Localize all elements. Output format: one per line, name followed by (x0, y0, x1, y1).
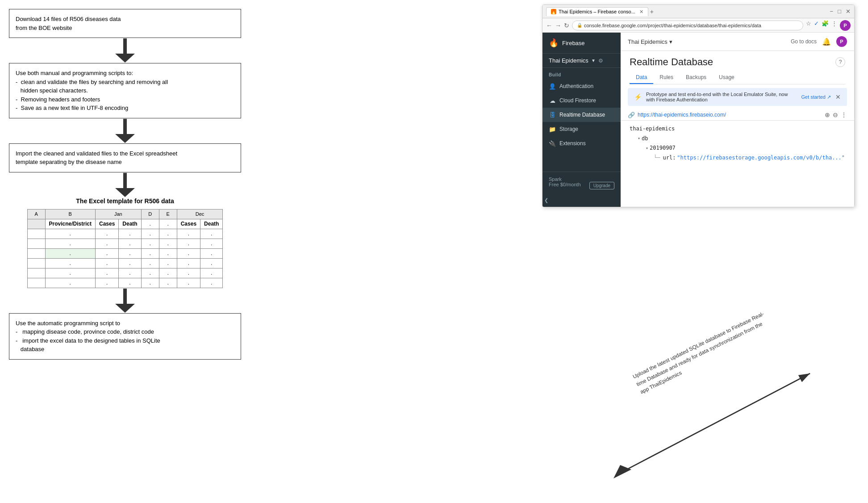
cell: . (200, 248, 223, 258)
arrow-4 (9, 288, 241, 313)
tree-toggle-date[interactable]: ▾ (646, 144, 648, 152)
firebase-content: Realtime Database ? Data Rules Backups U… (621, 51, 854, 207)
cell: . (200, 268, 223, 278)
close-button[interactable]: ✕ (846, 8, 851, 15)
tree-db-key: db (642, 134, 648, 144)
header-project-name: Thai Epidemics (628, 38, 668, 45)
sidebar-collapse-button[interactable]: ❮ (542, 194, 550, 207)
sidebar-item-authentication[interactable]: 👤 Authentication (542, 79, 621, 93)
sidebar-item-extensions[interactable]: 🔌 Extensions (542, 136, 621, 151)
col-header-a: A (27, 209, 45, 219)
cell: . (177, 229, 200, 239)
sidebar-item-label-auth: Authentication (559, 83, 593, 89)
go-to-docs-link[interactable]: Go to docs (791, 38, 817, 45)
check-icon: ✓ (814, 20, 819, 31)
cell: . (95, 248, 118, 258)
tree-toggle-db[interactable]: ▾ (638, 134, 640, 143)
tree-url-node: └─ url: "https://firebasestorage.googlea… (654, 153, 845, 163)
tab-usage[interactable]: Usage (713, 71, 741, 84)
db-data-tree: thai-epidemics ▾ db ▾ 20190907 (621, 121, 854, 166)
promo-icon: ⚡ (634, 93, 642, 101)
db-url-bar: 🔗 https://thai-epidemics.firebaseio.com/… (621, 109, 854, 121)
col-header-d: D (141, 209, 159, 219)
cell: . (200, 278, 223, 288)
extensions-icon[interactable]: 🧩 (822, 20, 829, 31)
notifications-icon[interactable]: 🔔 (822, 38, 831, 46)
tree-url-key: url: (663, 153, 676, 163)
cell: . (159, 239, 177, 248)
flowchart-panel: Download 14 files of R506 diseases dataf… (0, 0, 250, 503)
firebase-header: Thai Epidemics ▾ Go to docs 🔔 P (621, 33, 854, 51)
active-tab[interactable]: 🔥 Thai Epidemics – Firebase conso... ✕ (546, 7, 648, 16)
cell: . (200, 239, 223, 248)
cell: . (159, 268, 177, 278)
more-options-button[interactable]: ⋮ (841, 111, 847, 118)
project-header-selector[interactable]: Thai Epidemics ▾ (628, 38, 672, 45)
svg-marker-7 (115, 304, 135, 313)
cell: . (159, 248, 177, 258)
tab-rules[interactable]: Rules (653, 71, 680, 84)
table-row: . . . . . . . (27, 229, 223, 239)
reload-button[interactable]: ↻ (564, 22, 569, 29)
tree-url-dash: └─ (654, 153, 660, 163)
toolbar-icons: ☆ ✓ 🧩 ⋮ P (806, 20, 851, 31)
firebase-main: Thai Epidemics ▾ Go to docs 🔔 P Realtime… (621, 33, 854, 207)
star-icon[interactable]: ☆ (806, 20, 811, 31)
help-icon[interactable]: ? (835, 57, 845, 67)
maximize-button[interactable]: □ (838, 8, 841, 15)
sidebar-item-cloud-firestore[interactable]: ☁ Cloud Firestore (542, 93, 621, 108)
forward-button[interactable]: → (555, 22, 561, 29)
col-cases-jan: Cases (95, 219, 118, 229)
user-avatar[interactable]: P (836, 36, 847, 47)
excel-title: The Excel template for R506 data (9, 197, 241, 205)
avatar[interactable]: P (840, 20, 851, 31)
plan-sub: Free $0/month (549, 182, 581, 187)
cell: . (119, 278, 141, 288)
cell: . (177, 278, 200, 288)
remove-node-button[interactable]: ⊖ (833, 111, 838, 118)
cell (27, 248, 45, 258)
upgrade-button[interactable]: Upgrade (589, 182, 614, 189)
minimize-button[interactable]: − (830, 8, 834, 15)
back-button[interactable]: ← (546, 22, 552, 29)
cell: . (45, 229, 95, 239)
promo-close-button[interactable]: ✕ (835, 93, 841, 101)
project-dropdown-icon[interactable]: ▼ (591, 58, 596, 63)
window-controls: − □ ✕ (830, 8, 851, 15)
storage-icon: 📁 (549, 126, 556, 133)
col-dot2: . (159, 219, 177, 229)
firebase-flame-icon: 🔥 (549, 38, 559, 48)
cell: . (119, 229, 141, 239)
menu-icon[interactable]: ⋮ (831, 20, 837, 31)
new-tab-button[interactable]: + (650, 8, 654, 15)
diagonal-annotation: Upload the latest updated SQLite databas… (596, 347, 855, 490)
cell: . (159, 258, 177, 268)
header-actions: Go to docs 🔔 P (791, 36, 847, 47)
header-dropdown-icon[interactable]: ▾ (669, 38, 672, 45)
svg-marker-11 (613, 465, 631, 478)
tab-close-icon[interactable]: ✕ (639, 9, 643, 15)
project-selector-row[interactable]: Thai Epidemics ▼ ⚙ (542, 54, 621, 68)
tree-date-node: ▾ 20190907 (646, 143, 845, 153)
sidebar-item-realtime-database[interactable]: 🗄 Realtime Database (542, 108, 621, 122)
tree-url-value: "https://firebasestorage.googleapis.com/… (677, 153, 845, 163)
cell (27, 258, 45, 268)
sidebar-item-label-rtdb: Realtime Database (559, 112, 605, 118)
tab-data[interactable]: Data (630, 71, 653, 84)
tab-backups[interactable]: Backups (680, 71, 713, 84)
cell: . (45, 258, 95, 268)
cell-green: . (45, 248, 95, 258)
project-settings-icon[interactable]: ⚙ (598, 58, 603, 64)
tab-title: Thai Epidemics – Firebase conso... (559, 9, 635, 14)
cell: . (119, 258, 141, 268)
promo-link[interactable]: Get started ↗ (801, 94, 831, 100)
address-bar[interactable]: 🔒 console.firebase.google.com/project/th… (572, 21, 803, 30)
sidebar-item-storage[interactable]: 📁 Storage (542, 122, 621, 136)
db-url-text[interactable]: https://thai-epidemics.firebaseio.com/ (638, 112, 822, 118)
tree-level-1: ▾ db ▾ 20190907 └─ (630, 134, 845, 163)
db-url-actions: ⊕ ⊖ ⋮ (825, 111, 847, 118)
col-dot1: . (141, 219, 159, 229)
sidebar-item-label-ext: Extensions (559, 140, 586, 147)
realtime-db-header: Realtime Database ? Data Rules Backups U… (621, 51, 854, 84)
add-node-button[interactable]: ⊕ (825, 111, 830, 118)
